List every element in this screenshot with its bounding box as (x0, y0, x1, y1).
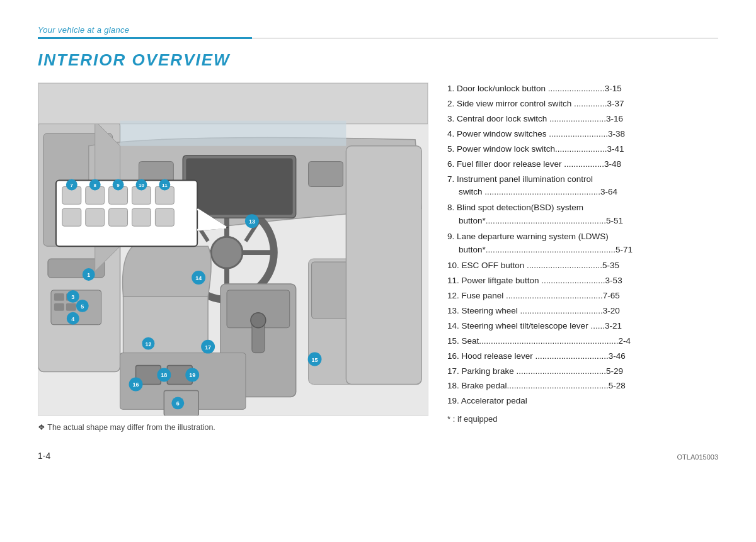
svg-rect-32 (38, 83, 428, 124)
list-item: 13. Steering wheel .....................… (447, 305, 718, 318)
item-text: 12. Fuse panel .........................… (447, 290, 620, 303)
item-text: 16. Hood release lever .................… (447, 350, 626, 363)
note-text: * : if equipped (447, 413, 718, 426)
item-text: 1. Door lock/unlock button .............… (447, 82, 622, 96)
item-text: 10. ESC OFF button .....................… (447, 259, 619, 273)
header-line-blue (38, 37, 252, 39)
item-text: 2. Side view mirror control switch .....… (447, 98, 624, 111)
car-interior-svg: 1 2 3 4 5 6 (38, 83, 428, 415)
list-item: 1. Door lock/unlock button .............… (447, 82, 718, 96)
car-illustration: 1 2 3 4 5 6 (38, 82, 428, 416)
svg-text:7: 7 (71, 183, 74, 188)
svg-text:17: 17 (205, 344, 211, 351)
section-label: Your vehicle at a glance (38, 25, 718, 35)
item-text: 17. Parking brake ......................… (447, 365, 623, 378)
list-item: 5. Power window lock switch.............… (447, 143, 718, 156)
svg-rect-70 (62, 208, 81, 226)
page-number: 1-4 (38, 451, 50, 461)
svg-text:9: 9 (117, 183, 120, 188)
list-item: 15. Seat................................… (447, 335, 718, 348)
list-item: 10. ESC OFF button .....................… (447, 259, 718, 273)
list-item: 14. Steering wheel tilt/telescope lever … (447, 320, 718, 333)
svg-rect-72 (109, 208, 128, 226)
item-text: 11. Power liftgate button ..............… (447, 274, 622, 288)
image-footer: ❖ The actual shape may differ from the i… (38, 422, 428, 432)
svg-text:14: 14 (195, 275, 202, 281)
list-item: 11. Power liftgate button ..............… (447, 274, 718, 288)
item-text: 13. Steering wheel .....................… (447, 305, 620, 318)
svg-rect-7 (54, 303, 64, 311)
svg-text:3: 3 (71, 294, 74, 300)
svg-rect-31 (346, 146, 421, 385)
svg-text:16: 16 (133, 381, 139, 388)
list-item: 6. Fuel filler door release lever ......… (447, 158, 718, 171)
header-line-gray (252, 38, 718, 39)
svg-text:4: 4 (71, 316, 74, 322)
item-text: 15. Seat................................… (447, 335, 631, 348)
svg-text:11: 11 (162, 183, 168, 188)
list-item: 12. Fuse panel .........................… (447, 290, 718, 303)
list-item: 17. Parking brake ......................… (447, 365, 718, 378)
svg-text:1: 1 (87, 272, 90, 278)
svg-text:5: 5 (81, 303, 84, 310)
list-item: 18. Brake pedal.........................… (447, 380, 718, 393)
svg-rect-5 (54, 293, 64, 301)
svg-text:19: 19 (189, 372, 195, 378)
svg-text:6: 6 (176, 400, 180, 407)
item-text: 4. Power window switches ...............… (447, 128, 625, 141)
main-content: 1 2 3 4 5 6 (38, 82, 718, 432)
list-item: 4. Power window switches ...............… (447, 128, 718, 141)
list-item: 2. Side view mirror control switch .....… (447, 98, 718, 111)
page-footer: 1-4 OTLA015003 (38, 444, 718, 461)
svg-text:13: 13 (249, 218, 255, 225)
image-area: 1 2 3 4 5 6 (38, 82, 428, 432)
svg-rect-71 (86, 208, 105, 226)
list-item: 9. Lane departure warning system (LDWS) … (447, 230, 718, 257)
svg-text:15: 15 (312, 357, 318, 363)
page-container: Your vehicle at a glance INTERIOR OVERVI… (0, 0, 756, 486)
item-text: 3. Central door lock switch ............… (447, 113, 623, 126)
svg-point-10 (211, 237, 243, 268)
item-text: 14. Steering wheel tilt/telescope lever … (447, 320, 622, 333)
item-text: 19. Accelerator pedal (447, 395, 527, 408)
svg-text:10: 10 (139, 183, 144, 188)
svg-rect-8 (66, 303, 76, 311)
list-item: 3. Central door lock switch ............… (447, 113, 718, 126)
doc-code: OTLA015003 (677, 453, 718, 461)
item-text: 5. Power window lock switch.............… (447, 143, 624, 156)
svg-rect-73 (132, 208, 151, 226)
list-item: 7. Instrument panel illumination control… (447, 173, 718, 200)
svg-text:18: 18 (161, 372, 167, 378)
svg-point-20 (251, 313, 266, 328)
list-item: 19. Accelerator pedal (447, 395, 718, 408)
list-item: 8. Blind spot detection(BSD) system butt… (447, 201, 718, 228)
item-text: 18. Brake pedal.........................… (447, 380, 626, 393)
items-list: 1. Door lock/unlock button .............… (447, 82, 718, 426)
page-title: INTERIOR OVERVIEW (38, 50, 718, 70)
list-item: 16. Hood release lever .................… (447, 350, 718, 363)
svg-rect-24 (309, 162, 343, 187)
svg-rect-22 (186, 159, 292, 215)
header-lines (38, 37, 718, 39)
svg-text:12: 12 (145, 341, 151, 347)
svg-rect-74 (155, 208, 174, 226)
item-text: 6. Fuel filler door release lever ......… (447, 158, 621, 171)
svg-text:8: 8 (93, 183, 96, 188)
